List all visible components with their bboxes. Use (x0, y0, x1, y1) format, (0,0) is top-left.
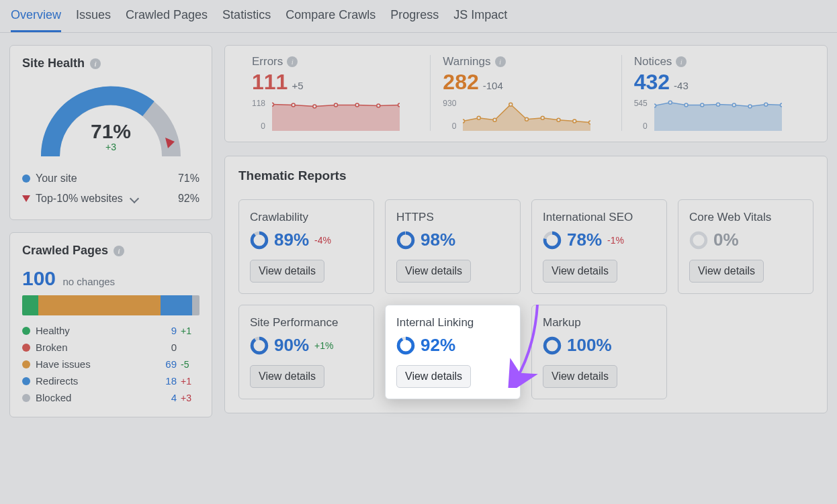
svg-point-27 (252, 233, 267, 248)
svg-point-8 (463, 119, 465, 123)
svg-point-35 (252, 338, 267, 353)
report-delta: -1% (607, 235, 624, 246)
view-details-button[interactable]: View details (543, 365, 617, 388)
svg-point-6 (377, 104, 380, 107)
tab-compare-crawls[interactable]: Compare Crawls (285, 8, 376, 32)
summary-warnings[interactable]: Warningsi282-1049300 (430, 55, 621, 131)
axis-top: 545 (634, 99, 648, 108)
crawled-pages-card: Crawled Pages i 100 no changes Healthy9+… (9, 232, 212, 417)
stat-row-healthy[interactable]: Healthy9+1 (22, 322, 200, 339)
tab-issues[interactable]: Issues (76, 8, 111, 32)
summary-errors[interactable]: Errorsi111+51180 (240, 55, 430, 131)
info-icon[interactable]: i (114, 246, 124, 256)
report-title: Crawlability (250, 211, 363, 224)
dot-icon (22, 174, 30, 183)
crawled-bar (22, 295, 200, 315)
report-pct: 89% (274, 230, 309, 250)
report-https: HTTPS98%View details (385, 199, 521, 294)
crawled-subtitle: no changes (63, 276, 116, 287)
tab-statistics[interactable]: Statistics (222, 8, 271, 32)
stat-value: 69 (152, 358, 177, 370)
stat-delta: +1 (177, 376, 200, 387)
dot-icon (22, 344, 30, 352)
report-pct: 90% (274, 335, 309, 356)
bar-segment (161, 295, 193, 315)
svg-point-7 (398, 103, 400, 107)
donut-icon (543, 231, 562, 250)
donut-icon (396, 231, 415, 250)
report-site-performance: Site Performance90%+1%View details (238, 305, 374, 399)
info-icon[interactable]: i (287, 56, 298, 67)
crawled-pages-title: Crawled Pages (22, 244, 108, 258)
mini-chart (463, 99, 590, 131)
svg-point-16 (589, 121, 591, 124)
site-health-gauge: 71% +3 (34, 77, 188, 164)
svg-point-32 (691, 233, 706, 248)
report-international-seo: International SEO78%-1%View details (531, 199, 667, 294)
tab-overview[interactable]: Overview (11, 8, 61, 32)
svg-point-5 (355, 103, 359, 107)
view-details-button[interactable]: View details (396, 365, 471, 388)
view-details-button[interactable]: View details (250, 365, 324, 388)
stat-delta: +1 (177, 325, 200, 336)
chevron-down-icon[interactable] (130, 194, 139, 203)
stat-row-blocked[interactable]: Blocked4+3 (22, 389, 200, 406)
report-crawlability: Crawlability89%-4%View details (238, 199, 374, 294)
svg-point-25 (780, 103, 782, 107)
summary-value: 111 (252, 70, 288, 95)
report-title: Core Web Vitals (689, 211, 802, 224)
view-details-button[interactable]: View details (250, 260, 324, 283)
report-delta: -4% (314, 235, 331, 246)
report-title: Markup (543, 316, 656, 330)
gauge-value: 71% (34, 120, 188, 143)
svg-point-14 (557, 118, 560, 121)
axis-top: 930 (443, 99, 456, 108)
tab-crawled-pages[interactable]: Crawled Pages (126, 8, 208, 32)
report-title: HTTPS (396, 211, 509, 224)
thematic-title: Thematic Reports (238, 168, 813, 183)
svg-point-4 (335, 103, 338, 107)
svg-point-10 (493, 118, 496, 121)
axis-bot: 0 (252, 121, 265, 131)
view-details-button[interactable]: View details (689, 260, 764, 283)
stat-row-broken[interactable]: Broken0 (22, 339, 200, 356)
svg-point-2 (292, 103, 295, 107)
view-details-button[interactable]: View details (396, 260, 471, 283)
summary-notices[interactable]: Noticesi432-435450 (621, 55, 812, 131)
axis-bot: 0 (634, 121, 648, 131)
svg-point-13 (541, 116, 545, 119)
stat-value: 9 (152, 325, 177, 336)
stat-label: Healthy (36, 325, 152, 336)
report-pct: 78% (567, 230, 602, 250)
donut-icon (250, 336, 269, 355)
tab-progress[interactable]: Progress (390, 8, 439, 32)
svg-point-20 (700, 103, 703, 107)
stat-delta: -5 (177, 359, 200, 370)
stat-label: Broken (36, 342, 152, 353)
report-pct: 100% (567, 335, 612, 356)
report-core-web-vitals: Core Web Vitals0%View details (678, 199, 813, 294)
legend-label: Top-10% websites (36, 193, 123, 205)
bar-segment (38, 295, 161, 315)
summary-delta: -104 (483, 80, 503, 91)
stat-row-have-issues[interactable]: Have issues69-5 (22, 356, 200, 372)
stat-label: Blocked (36, 392, 152, 403)
legend-row: Your site71% (22, 168, 200, 189)
summary-value: 432 (634, 70, 670, 95)
summary-label: Notices (634, 55, 672, 68)
stat-label: Redirects (36, 375, 152, 387)
report-internal-linking: Internal Linking92%View details (385, 305, 521, 399)
triangle-icon (22, 195, 30, 202)
site-health-title: Site Health (22, 56, 85, 70)
info-icon[interactable]: i (676, 56, 687, 67)
info-icon[interactable]: i (90, 58, 101, 69)
tab-js-impact[interactable]: JS Impact (453, 8, 507, 32)
svg-point-37 (398, 338, 413, 353)
stat-row-redirects[interactable]: Redirects18+1 (22, 372, 200, 389)
svg-point-29 (398, 233, 413, 248)
mini-chart (654, 99, 782, 131)
crawled-total[interactable]: 100 (22, 267, 56, 290)
svg-point-21 (716, 103, 719, 106)
info-icon[interactable]: i (495, 56, 506, 67)
view-details-button[interactable]: View details (543, 260, 617, 283)
